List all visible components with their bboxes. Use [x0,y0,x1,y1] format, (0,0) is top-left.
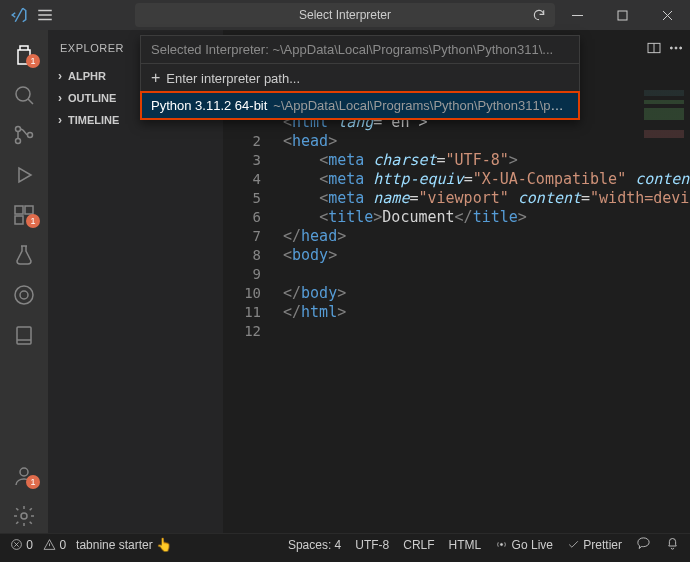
svg-rect-0 [618,11,627,20]
chevron-right-icon: › [52,69,68,83]
svg-point-12 [21,513,27,519]
command-center[interactable]: Select Interpreter [135,3,555,27]
code-line[interactable]: 12 [223,321,690,340]
activity-books[interactable] [0,318,48,352]
refresh-icon[interactable] [532,8,546,22]
code-line[interactable]: 7</head> [223,226,690,245]
badge: 1 [26,54,40,68]
code-line[interactable]: 5 <meta name="viewport" content="width=d… [223,188,690,207]
plus-icon: + [151,70,160,86]
code-line[interactable]: 9 [223,264,690,283]
split-editor-icon[interactable] [646,40,662,56]
code-line[interactable]: 10</body> [223,283,690,302]
activity-accounts[interactable]: 1 [0,459,48,493]
enter-interpreter-path[interactable]: + Enter interpreter path... [141,64,579,92]
status-language[interactable]: HTML [449,538,482,552]
svg-rect-6 [25,206,33,214]
interpreter-option-selected[interactable]: Python 3.11.2 64-bit~\AppData\Local\Prog… [141,92,579,119]
command-center-text: Select Interpreter [299,8,391,22]
code-line[interactable]: 8<body> [223,245,690,264]
svg-point-4 [28,133,33,138]
cat-icon: 👆 [156,537,172,552]
activity-tabnine[interactable] [0,278,48,312]
minimize-button[interactable] [555,0,600,30]
close-button[interactable] [645,0,690,30]
svg-rect-7 [15,216,23,224]
more-icon[interactable] [668,40,684,56]
code-line[interactable]: 3 <meta charset="UTF-8"> [223,150,690,169]
dropdown-header: Selected Interpreter: ~\AppData\Local\Pr… [141,36,579,64]
activity-testing[interactable] [0,238,48,272]
status-encoding[interactable]: UTF-8 [355,538,389,552]
svg-point-3 [16,139,21,144]
svg-point-1 [16,87,30,101]
status-prettier[interactable]: Prettier [567,538,622,552]
activity-settings[interactable] [0,499,48,533]
status-notifications[interactable] [665,536,680,554]
status-golive[interactable]: Go Live [495,538,553,552]
activity-source-control[interactable] [0,118,48,152]
svg-point-14 [670,47,672,49]
status-warnings[interactable]: 0 [43,538,66,552]
svg-point-18 [501,543,503,545]
code-line[interactable]: 11</html> [223,302,690,321]
vscode-logo-icon [10,6,28,24]
status-bar: 0 0 tabnine starter 👆 Spaces: 4 UTF-8 CR… [0,533,690,555]
status-errors[interactable]: 0 [10,538,33,552]
svg-point-16 [680,47,682,49]
activity-bar: 1 1 1 [0,30,48,533]
activity-explorer[interactable]: 1 [0,38,48,72]
chevron-right-icon: › [52,113,68,127]
status-tabnine[interactable]: tabnine starter 👆 [76,537,172,552]
svg-rect-10 [17,327,31,344]
svg-point-15 [675,47,677,49]
code-line[interactable]: 6 <title>Document</title> [223,207,690,226]
title-bar: Select Interpreter [0,0,690,30]
code-line[interactable]: 2<head> [223,131,690,150]
svg-point-11 [20,468,28,476]
badge: 1 [26,214,40,228]
activity-search[interactable] [0,78,48,112]
badge: 1 [26,475,40,489]
interpreter-dropdown: Selected Interpreter: ~\AppData\Local\Pr… [140,35,580,120]
menu-icon[interactable] [36,6,54,24]
chevron-right-icon: › [52,91,68,105]
maximize-button[interactable] [600,0,645,30]
status-spaces[interactable]: Spaces: 4 [288,538,341,552]
svg-point-8 [15,286,33,304]
status-eol[interactable]: CRLF [403,538,434,552]
code-line[interactable]: 4 <meta http-equiv="X-UA-Compatible" con… [223,169,690,188]
svg-rect-5 [15,206,23,214]
activity-run-debug[interactable] [0,158,48,192]
activity-extensions[interactable]: 1 [0,198,48,232]
svg-point-2 [16,127,21,132]
svg-point-9 [20,291,28,299]
code-editor[interactable]: <ntml lang= en >2<head>3 <meta charset="… [223,112,690,340]
status-feedback[interactable] [636,536,651,554]
